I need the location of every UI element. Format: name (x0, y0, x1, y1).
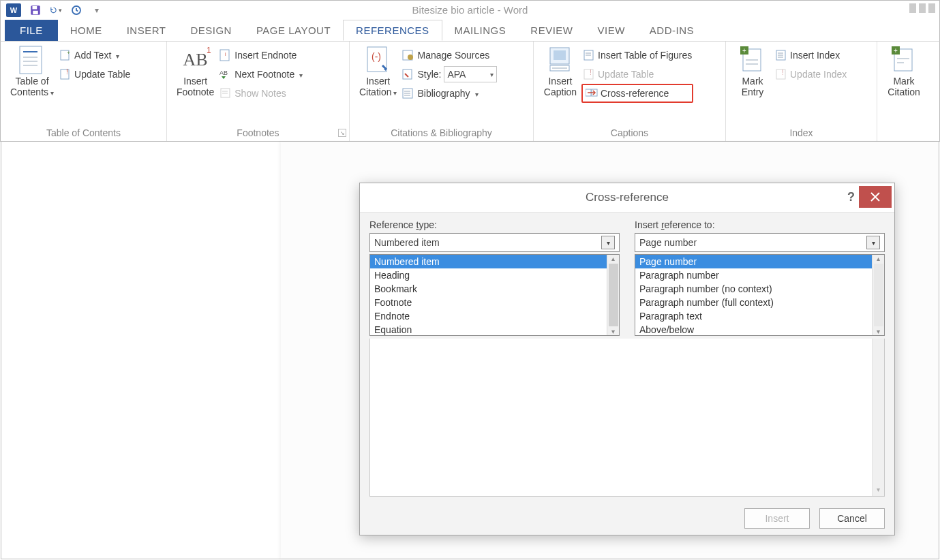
insert-reference-to-combo[interactable]: Page number ▾ (635, 233, 885, 252)
close-icon (870, 192, 880, 202)
dialog-close-button[interactable] (859, 186, 892, 208)
insert-table-of-figures-button[interactable]: Insert Table of Figures (581, 46, 693, 65)
scrollbar[interactable]: ▾ (872, 339, 884, 496)
list-item[interactable]: Paragraph number (no context) (635, 282, 884, 296)
mark-entry-button[interactable]: + Mark Entry (731, 44, 774, 97)
tab-page-layout[interactable]: PAGE LAYOUT (244, 20, 343, 41)
list-item[interactable]: Endnote (370, 309, 619, 323)
dialog-help-icon[interactable]: ? (847, 190, 855, 204)
svg-text:+: + (742, 47, 746, 55)
insert-footnote-button[interactable]: AB 1 Insert Footnote (172, 44, 218, 103)
table-of-contents-label: Table of Contents (10, 76, 54, 97)
svg-rect-4 (20, 46, 42, 74)
bibliography-icon (402, 87, 414, 99)
for-which-listbox[interactable]: ▾ (369, 339, 885, 497)
add-text-button[interactable]: + Add Text (58, 46, 132, 65)
tab-review[interactable]: REVIEW (518, 20, 585, 41)
table-of-contents-icon (18, 46, 46, 74)
citation-style-selector[interactable]: Style: APA (401, 65, 498, 84)
list-item[interactable]: Bookmark (370, 282, 619, 296)
tab-design[interactable]: DESIGN (178, 20, 244, 41)
insert-footnote-label: Insert Footnote (177, 76, 214, 97)
chevron-down-icon[interactable]: ▾ (866, 236, 880, 249)
scroll-down-icon[interactable]: ▾ (877, 328, 880, 335)
reference-type-section: Reference type: Numbered item ▾ Numbered… (369, 219, 620, 336)
scroll-thumb[interactable] (874, 264, 883, 326)
list-item[interactable]: Equation (370, 323, 619, 336)
qat-customize-icon[interactable]: ▾ (91, 4, 103, 16)
scroll-down-icon[interactable]: ▾ (611, 328, 615, 335)
list-item[interactable]: Page number (635, 255, 884, 268)
tab-references[interactable]: REFERENCES (343, 20, 442, 41)
update-index-icon: ! (775, 68, 787, 80)
scroll-down-icon[interactable]: ▾ (877, 486, 880, 493)
scrollbar[interactable]: ▴▾ (607, 255, 619, 335)
mark-citation-button[interactable]: + Mark Citation (883, 44, 925, 97)
group-label: Captions (534, 127, 725, 138)
insert-endnote-button[interactable]: i Insert Endnote (218, 46, 304, 65)
style-dropdown[interactable]: APA (444, 66, 497, 82)
bibliography-button[interactable]: Bibliography (401, 84, 498, 103)
tab-view[interactable]: VIEW (585, 20, 637, 41)
tab-home[interactable]: HOME (58, 20, 115, 41)
update-table-figures-button: ! Update Table (581, 65, 693, 84)
group-label: Table of Contents (1, 127, 166, 138)
next-footnote-button[interactable]: AB Next Footnote (218, 65, 304, 84)
group-captions: Insert Caption Insert Table of Figures !… (534, 42, 726, 141)
list-item[interactable]: Paragraph text (635, 309, 884, 323)
scroll-thumb[interactable] (609, 264, 618, 326)
insert-reference-to-listbox[interactable]: Page number Paragraph number Paragraph n… (635, 254, 885, 336)
list-item[interactable]: Paragraph number (full context) (635, 296, 884, 309)
insert-citation-button[interactable]: (-) Insert Citation (355, 44, 401, 103)
svg-text:+: + (894, 47, 898, 55)
update-table-icon: ! (583, 68, 595, 80)
reference-type-label: Reference type: (369, 219, 620, 230)
group-label: Index (726, 127, 877, 138)
scroll-up-icon[interactable]: ▴ (877, 255, 880, 262)
update-table-button[interactable]: ! Update Table (58, 65, 132, 84)
manage-sources-button[interactable]: Manage Sources (401, 46, 498, 65)
tab-insert[interactable]: INSERT (115, 20, 179, 41)
cross-reference-dialog: Cross-reference ? Reference type: Number… (359, 183, 895, 535)
insert-index-button[interactable]: Insert Index (774, 46, 848, 65)
dialog-titlebar[interactable]: Cross-reference ? (360, 183, 894, 212)
insert-footnote-icon: AB 1 (181, 46, 210, 74)
chevron-down-icon[interactable]: ▾ (601, 236, 615, 249)
insert-index-icon (775, 49, 787, 61)
cross-reference-button[interactable]: Cross-reference (581, 84, 693, 103)
word-app-icon: W (6, 3, 21, 17)
tab-file[interactable]: FILE (5, 20, 58, 41)
style-icon (402, 68, 414, 80)
group-table-of-authorities: + Mark Citation (877, 42, 939, 141)
ribbon-display-options-icon[interactable] (909, 3, 935, 13)
list-item[interactable]: Paragraph number (635, 268, 884, 282)
ribbon: Table of Contents + Add Text ! Update Ta… (0, 42, 940, 142)
list-item[interactable]: Above/below (635, 323, 884, 336)
tab-mailings[interactable]: MAILINGS (442, 20, 519, 41)
svg-text:!: ! (590, 69, 592, 76)
next-footnote-icon: AB (219, 68, 232, 80)
scrollbar[interactable]: ▴▾ (872, 255, 884, 335)
cancel-button[interactable]: Cancel (819, 508, 885, 529)
group-index: + Mark Entry Insert Index ! Update Index… (726, 42, 877, 141)
undo-icon[interactable]: ▾ (50, 4, 62, 16)
group-label: Citations & Bibliography (350, 127, 533, 138)
list-item[interactable]: Heading (370, 268, 619, 282)
dialog-title: Cross-reference (586, 191, 669, 204)
save-icon[interactable] (29, 4, 42, 16)
table-of-contents-button[interactable]: Table of Contents (6, 44, 58, 97)
dialog-body: Reference type: Numbered item ▾ Numbered… (360, 212, 894, 502)
svg-text:(-): (-) (372, 51, 381, 62)
reference-type-listbox[interactable]: Numbered item Heading Bookmark Footnote … (369, 254, 620, 336)
tab-addins[interactable]: ADD-INS (637, 20, 706, 41)
insert-caption-button[interactable]: Insert Caption (539, 44, 581, 103)
reference-type-combo[interactable]: Numbered item ▾ (369, 233, 620, 252)
group-table-of-contents: Table of Contents + Add Text ! Update Ta… (1, 42, 167, 141)
svg-text:AB: AB (219, 69, 228, 76)
list-item[interactable]: Numbered item (370, 255, 619, 268)
svg-point-22 (408, 55, 413, 60)
redo-icon[interactable] (70, 4, 82, 16)
svg-rect-29 (554, 50, 566, 60)
scroll-up-icon[interactable]: ▴ (611, 255, 615, 262)
list-item[interactable]: Footnote (370, 296, 619, 309)
